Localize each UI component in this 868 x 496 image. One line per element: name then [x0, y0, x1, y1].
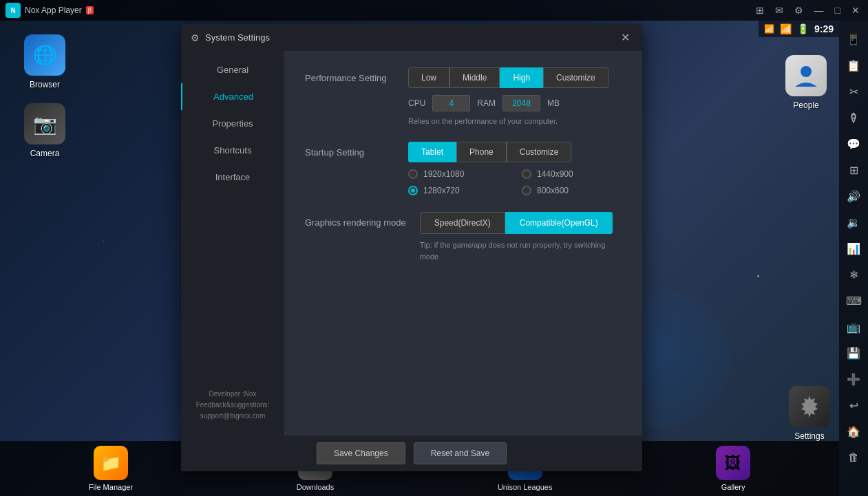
window-restore[interactable]: □ — [832, 3, 843, 17]
perf-middle-button[interactable]: Middle — [449, 67, 500, 88]
browser-icon: 🌐 — [24, 34, 65, 76]
right-icon-volume-down[interactable]: 🔉 — [842, 211, 865, 234]
startup-controls: Tablet Phone Customize 1920x1080 1440x90… — [408, 142, 622, 195]
nav-item-properties[interactable]: Properties — [181, 110, 284, 137]
nav-item-shortcuts[interactable]: Shortcuts — [181, 137, 284, 164]
mb-label: MB — [547, 98, 560, 108]
camera-label: Camera — [30, 149, 60, 158]
resolution-1280x720[interactable]: 1280x720 — [408, 186, 508, 195]
performance-btn-group: Low Middle High Customize — [408, 67, 622, 88]
right-icon-shake[interactable]: ❄ — [842, 263, 865, 286]
people-label: People — [793, 100, 818, 110]
right-icon-add[interactable]: ➕ — [842, 367, 865, 391]
app-logo: N Nox App Player β — [6, 3, 94, 18]
window-control-settings[interactable]: ⊞ — [753, 3, 767, 17]
perf-high-button[interactable]: High — [500, 67, 543, 88]
graphics-opengl-button[interactable]: Compatible(OpenGL) — [505, 212, 613, 234]
right-icon-phone[interactable]: 📱 — [842, 28, 865, 51]
startup-label: Startup Setting — [305, 142, 394, 158]
unison-label: Unison Leagues — [498, 483, 553, 491]
nav-item-general[interactable]: General — [181, 56, 284, 83]
window-control-gear[interactable]: ⚙ — [792, 3, 806, 17]
performance-label: Performance Setting — [305, 67, 394, 83]
right-icon-grid[interactable]: ⊞ — [842, 158, 865, 182]
taskbar-top: N Nox App Player β ⊞ ✉ ⚙ — □ ✕ — [0, 0, 868, 21]
performance-hint: Relies on the performance of your comput… — [408, 117, 622, 125]
startup-phone-button[interactable]: Phone — [456, 142, 507, 162]
graphics-controls: Speed(DirectX) Compatible(OpenGL) Tip: i… — [420, 212, 622, 262]
perf-customize-button[interactable]: Customize — [543, 67, 608, 88]
window-close[interactable]: ✕ — [849, 3, 862, 17]
cpu-ram-row: CPU RAM MB — [408, 95, 622, 111]
battery-icon: 🔋 — [797, 23, 809, 34]
dialog-header-left: ⚙ System Settings — [191, 32, 270, 43]
dialog-gear-icon: ⚙ — [191, 32, 200, 43]
startup-tablet-button[interactable]: Tablet — [408, 142, 456, 162]
settings-desktop-icon[interactable]: Settings — [789, 386, 830, 441]
right-icon-location[interactable] — [842, 106, 865, 129]
res-label-1920x1080: 1920x1080 — [423, 169, 464, 179]
people-desktop-icon[interactable]: People — [785, 55, 827, 110]
resolution-1440x900[interactable]: 1440x900 — [522, 169, 622, 179]
performance-setting-row: Performance Setting Low Middle High Cust… — [305, 67, 622, 125]
cpu-input[interactable] — [432, 95, 470, 111]
graphics-btn-group: Speed(DirectX) Compatible(OpenGL) — [420, 212, 622, 234]
right-icon-save[interactable]: 💾 — [842, 341, 865, 365]
dialog-close-button[interactable]: ✕ — [618, 31, 633, 44]
resolution-1920x1080[interactable]: 1920x1080 — [408, 169, 508, 179]
res-label-1280x720: 1280x720 — [423, 186, 460, 195]
taskbar-top-right: ⊞ ✉ ⚙ — □ ✕ — [753, 3, 862, 17]
developer-text: Developer :Nox — [189, 389, 276, 400]
svg-point-0 — [801, 66, 812, 77]
right-icon-keyboard[interactable]: ⌨ — [842, 289, 865, 312]
window-minimize[interactable]: — — [812, 3, 827, 17]
email-text: support@bignox.com — [189, 411, 276, 422]
right-icon-home[interactable]: 🏠 — [842, 420, 865, 443]
right-icon-analytics[interactable]: 📊 — [842, 237, 865, 260]
right-icon-chat[interactable]: 💬 — [842, 132, 865, 155]
cpu-label: CPU — [408, 98, 425, 108]
right-icon-back[interactable]: ↩ — [842, 393, 865, 417]
settings-label: Settings — [794, 431, 824, 441]
ram-input[interactable] — [502, 95, 540, 111]
right-icon-trash[interactable]: 🗑 — [842, 446, 865, 469]
clock-area: 📶 📶 🔋 9:29 — [759, 21, 839, 37]
nav-item-advanced[interactable]: Advanced — [181, 83, 284, 110]
radio-800x600 — [522, 186, 531, 195]
perf-low-button[interactable]: Low — [408, 67, 449, 88]
clock-time: 9:29 — [814, 23, 834, 34]
camera-icon: 📷 — [24, 103, 65, 144]
right-icon-screen[interactable]: 📺 — [842, 315, 865, 338]
radio-1920x1080 — [408, 169, 418, 179]
right-sidebar: 📱 📋 ✂ 💬 ⊞ 🔊 🔉 📊 ❄ ⌨ 📺 💾 ➕ ↩ 🏠 🗑 — [839, 21, 868, 496]
resolution-800x600[interactable]: 800x600 — [522, 186, 622, 195]
camera-desktop-icon[interactable]: 📷 Camera — [24, 103, 65, 158]
startup-customize-button[interactable]: Customize — [507, 142, 572, 162]
graphics-tip: Tip: if the game/app does not run proper… — [420, 239, 622, 262]
right-icon-screenshot[interactable]: 📋 — [842, 54, 865, 77]
filemanager-label: File Manager — [89, 483, 133, 491]
startup-setting-row: Startup Setting Tablet Phone Customize 1… — [305, 142, 622, 195]
nav-footer: Developer :Nox Feedback&suggestions: sup… — [181, 380, 284, 430]
nav-item-interface[interactable]: Interface — [181, 164, 284, 191]
right-icon-cut[interactable]: ✂ — [842, 80, 865, 103]
radio-1440x900 — [522, 169, 531, 179]
dialog-content: Performance Setting Low Middle High Cust… — [284, 51, 642, 435]
dialog-header: ⚙ System Settings ✕ — [181, 24, 642, 51]
dialog-nav: General Advanced Properties Shortcuts In… — [181, 51, 284, 435]
app-title: Nox App Player — [25, 6, 82, 15]
window-control-email[interactable]: ✉ — [772, 3, 786, 17]
graphics-directx-button[interactable]: Speed(DirectX) — [420, 212, 505, 234]
taskbar-filemanager[interactable]: 📁 File Manager — [89, 446, 133, 491]
browser-desktop-icon[interactable]: 🌐 Browser — [24, 34, 65, 89]
reset-save-button[interactable]: Reset and Save — [414, 442, 507, 464]
beta-badge: β — [86, 6, 94, 14]
save-changes-button[interactable]: Save Changes — [317, 442, 405, 464]
settings-dialog: ⚙ System Settings ✕ General Advanced Pro… — [181, 24, 642, 471]
radio-1280x720 — [408, 186, 418, 195]
right-icon-volume-up[interactable]: 🔊 — [842, 184, 865, 208]
dialog-title: System Settings — [205, 32, 270, 43]
gallery-icon: 🖼 — [716, 446, 750, 480]
graphics-label: Graphics rendering mode — [305, 212, 406, 228]
taskbar-gallery[interactable]: 🖼 Gallery — [716, 446, 750, 491]
